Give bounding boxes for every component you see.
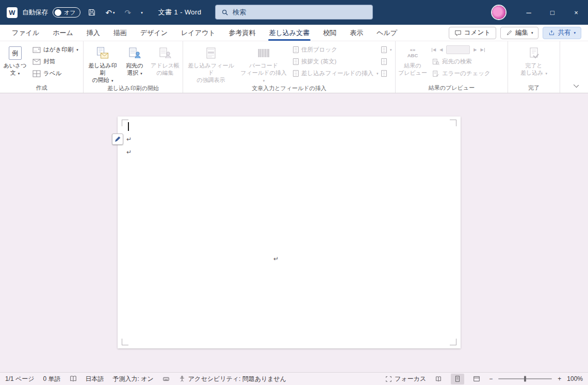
accessibility-status[interactable]: アクセシビリティ: 問題ありません xyxy=(178,375,286,383)
tab-help[interactable]: ヘルプ xyxy=(370,25,404,41)
zoom-in-button[interactable]: + xyxy=(558,375,561,382)
keyboard-input-button[interactable] xyxy=(162,375,170,382)
tab-view[interactable]: 表示 xyxy=(343,25,370,41)
group-finish: 完了と差し込み ▾ 完了 xyxy=(508,41,560,93)
group-preview-results: «»ABC 結果のプレビュー ◀ ◀ ▶ ▶ 宛先の検索 xyxy=(396,41,508,93)
title-bar: W 自動保存 オフ ↶▾ ↷ ▾ 文書 1 - Word 検索 ─ □ × xyxy=(0,0,588,25)
word-window: W 自動保存 オフ ↶▾ ↷ ▾ 文書 1 - Word 検索 ─ □ × フ xyxy=(0,0,588,385)
update-labels-button[interactable] xyxy=(380,68,394,79)
envelopes-button[interactable]: 封筒 xyxy=(29,56,81,67)
start-mail-merge-icon xyxy=(96,46,109,60)
redo-button[interactable]: ↷ xyxy=(122,7,134,19)
text-boundary-corner xyxy=(450,339,456,345)
zoom-slider[interactable] xyxy=(498,378,552,379)
rules-button[interactable]: ▾ xyxy=(380,44,394,55)
tab-review[interactable]: 校閲 xyxy=(316,25,343,41)
pen-input-indicator[interactable] xyxy=(112,133,123,145)
focus-mode-button[interactable]: フォーカス xyxy=(385,375,426,383)
page[interactable]: ↵ ↵ ↵ xyxy=(118,116,461,348)
text-cursor xyxy=(128,122,129,131)
labels-icon xyxy=(32,70,41,77)
check-errors-button[interactable]: エラーのチェック xyxy=(429,68,505,79)
address-block-icon xyxy=(293,46,299,53)
zoom-level[interactable]: 100% xyxy=(567,375,583,382)
pen-icon xyxy=(114,136,121,143)
save-icon xyxy=(88,8,96,16)
zoom-slider-thumb[interactable] xyxy=(524,376,526,382)
editing-mode-button[interactable]: 編集 ▾ xyxy=(500,27,539,39)
previous-record-button[interactable]: ◀ xyxy=(439,48,443,52)
insert-barcode-field-button[interactable]: バーコードフィールドの挿入 ▾ xyxy=(238,44,289,85)
rules-icon xyxy=(381,46,387,53)
group-start-mail-merge: 差し込み印刷の開始 ▾ 宛先の選択 ▾ アドレス帳の編集 差し込み印刷の開始 xyxy=(84,41,183,93)
next-record-button[interactable]: ▶ xyxy=(473,48,477,52)
greeting-line-button[interactable]: 挨拶文 (英文) xyxy=(290,56,379,67)
tab-insert[interactable]: 挿入 xyxy=(80,25,107,41)
save-button[interactable] xyxy=(85,6,99,19)
start-mail-merge-button[interactable]: 差し込み印刷の開始 ▾ xyxy=(85,44,120,85)
match-fields-icon xyxy=(381,58,387,65)
highlight-merge-fields-icon xyxy=(204,46,218,60)
record-number-field[interactable] xyxy=(446,45,470,54)
insert-merge-field-button[interactable]: 差し込みフィールドの挿入▾ xyxy=(290,68,379,79)
select-recipients-button[interactable]: 宛先の選択 ▾ xyxy=(121,44,148,78)
web-layout-button[interactable] xyxy=(470,374,483,384)
tab-file[interactable]: ファイル xyxy=(5,25,46,41)
last-record-button[interactable]: ▶ xyxy=(480,48,484,52)
finish-and-merge-icon xyxy=(527,46,541,60)
finish-and-merge-button[interactable]: 完了と差し込み ▾ xyxy=(517,44,550,78)
tab-design[interactable]: デザイン xyxy=(134,25,174,41)
read-mode-button[interactable] xyxy=(432,374,445,384)
undo-button[interactable]: ↶▾ xyxy=(103,7,118,19)
minimize-button[interactable]: ─ xyxy=(517,0,541,25)
chevron-down-icon: ▾ xyxy=(531,31,533,35)
address-block-button[interactable]: 住所ブロック xyxy=(290,44,379,55)
print-layout-button[interactable] xyxy=(451,374,464,384)
highlight-merge-fields-button[interactable]: 差し込みフィールドの強調表示 xyxy=(185,44,237,85)
focus-icon xyxy=(385,376,392,382)
titlebar-right: ─ □ × xyxy=(492,0,588,25)
preview-results-button[interactable]: «»ABC 結果のプレビュー xyxy=(397,44,428,78)
preview-results-icon: «»ABC xyxy=(407,47,418,59)
greeting-text-icon: 例 xyxy=(9,46,22,60)
group-write-insert-fields: 差し込みフィールドの強調表示 バーコードフィールドの挿入 ▾ 住所ブロック 挨拶… xyxy=(183,41,396,93)
word-count-indicator[interactable]: 0 単語 xyxy=(43,375,61,383)
find-recipient-button[interactable]: 宛先の検索 xyxy=(429,56,505,67)
pencil-icon xyxy=(506,29,513,36)
maximize-button[interactable]: □ xyxy=(541,0,564,25)
comments-button[interactable]: コメント xyxy=(449,27,496,39)
share-icon xyxy=(548,29,555,36)
greeting-text-label: あいさつ文 ▾ xyxy=(3,62,26,77)
text-prediction-indicator[interactable]: 予測入力: オン xyxy=(113,375,154,383)
document-area[interactable]: ↵ ↵ ↵ xyxy=(0,93,588,372)
page-number-indicator[interactable]: 1/1 ページ xyxy=(5,375,35,383)
highlight-merge-fields-label: 差し込みフィールドの強調表示 xyxy=(185,62,237,83)
chevron-down-icon: ▾ xyxy=(113,11,115,14)
word-app-icon[interactable]: W xyxy=(7,7,18,18)
share-button[interactable]: 共有 ▾ xyxy=(543,27,581,39)
proofing-status-button[interactable] xyxy=(70,375,77,382)
match-fields-button[interactable] xyxy=(380,56,394,67)
postcard-print-button[interactable]: はがき印刷▾ xyxy=(29,44,81,55)
accessibility-message: アクセシビリティ: 問題ありません xyxy=(188,375,286,383)
close-button[interactable]: × xyxy=(564,0,588,25)
tab-references[interactable]: 参考資料 xyxy=(222,25,263,41)
language-indicator[interactable]: 日本語 xyxy=(86,375,104,383)
autosave-toggle[interactable]: オフ xyxy=(53,7,80,18)
greeting-text-button[interactable]: 例 あいさつ文 ▾ xyxy=(2,44,28,78)
search-box[interactable]: 検索 xyxy=(215,5,373,20)
share-label: 共有 xyxy=(558,28,570,37)
insert-merge-field-icon xyxy=(293,70,299,77)
quick-access-overflow-button[interactable]: ▾ xyxy=(138,9,145,16)
edit-recipient-list-button[interactable]: アドレス帳の編集 xyxy=(149,44,181,78)
first-record-button[interactable]: ◀ xyxy=(432,48,436,52)
collapse-ribbon-button[interactable] xyxy=(574,82,579,88)
accessibility-icon xyxy=(178,375,186,382)
account-avatar[interactable] xyxy=(492,6,505,19)
zoom-out-button[interactable]: − xyxy=(489,375,493,382)
tab-home[interactable]: ホーム xyxy=(46,25,80,41)
tab-mailings[interactable]: 差し込み文書 xyxy=(263,25,317,41)
labels-button[interactable]: ラベル xyxy=(29,68,81,79)
tab-layout[interactable]: レイアウト xyxy=(174,25,222,41)
tab-draw[interactable]: 描画 xyxy=(107,25,134,41)
